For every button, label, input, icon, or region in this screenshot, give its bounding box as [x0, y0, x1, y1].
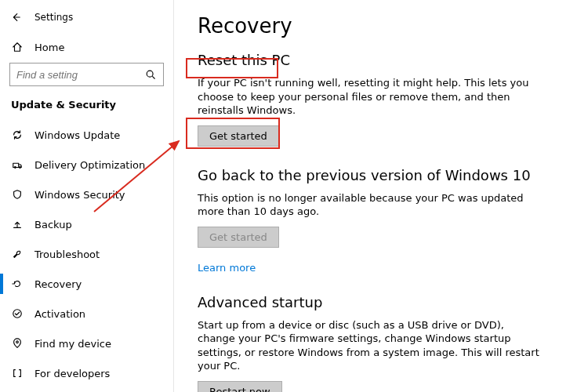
back-icon[interactable] [9, 11, 22, 24]
goback-body: This option is no longer available becau… [198, 191, 543, 219]
svg-point-4 [13, 310, 22, 318]
section-advanced-startup: Advanced startup Start up from a device … [198, 294, 564, 392]
goback-get-started-button: Get started [198, 227, 279, 248]
sidebar-item-troubleshoot[interactable]: Troubleshoot [0, 239, 173, 269]
brackets-icon [11, 367, 24, 379]
advanced-heading: Advanced startup [198, 294, 564, 310]
check-circle-icon [11, 307, 24, 320]
home-icon [11, 41, 24, 53]
location-icon [11, 337, 24, 350]
sidebar-item-delivery-optimization[interactable]: Delivery Optimization [0, 150, 173, 180]
sidebar-item-label: Troubleshoot [34, 249, 100, 260]
reset-heading: Reset this PC [198, 52, 564, 68]
section-reset-pc: Reset this PC If your PC isn't running w… [198, 52, 564, 147]
sidebar-item-recovery[interactable]: Recovery [0, 269, 173, 299]
search-icon [144, 68, 157, 81]
sidebar-header: Settings [0, 6, 173, 28]
sidebar-item-label: For developers [34, 368, 110, 379]
page-title: Recovery [198, 14, 564, 38]
recovery-icon [11, 278, 24, 290]
svg-point-0 [147, 71, 153, 77]
sidebar-item-label: Activation [34, 308, 85, 320]
backup-icon [11, 218, 24, 230]
sidebar-item-backup[interactable]: Backup [0, 209, 173, 239]
sidebar-item-label: Backup [34, 219, 72, 230]
search-input[interactable] [16, 69, 129, 81]
sidebar-item-find-my-device[interactable]: Find my device [0, 328, 173, 358]
sidebar-item-label: Delivery Optimization [34, 159, 145, 171]
learn-more-link[interactable]: Learn more [198, 262, 256, 274]
delivery-icon [11, 158, 24, 171]
sidebar-item-label: Recovery [34, 278, 82, 290]
app-title: Settings [34, 12, 73, 23]
sync-icon [11, 129, 24, 141]
reset-body: If your PC isn't running well, resetting… [198, 76, 543, 118]
sidebar-item-windows-insider-program[interactable]: Windows Insider Program [0, 388, 173, 392]
sidebar: Settings Home Update & Security Windows … [0, 0, 174, 392]
goback-heading: Go back to the previous version of Windo… [198, 167, 564, 183]
search-box[interactable] [9, 63, 164, 86]
svg-point-5 [16, 341, 19, 343]
sidebar-item-label: Windows Update [34, 129, 120, 141]
sidebar-item-activation[interactable]: Activation [0, 299, 173, 328]
main-content: Recovery Reset this PC If your PC isn't … [174, 0, 588, 392]
sidebar-item-label: Windows Security [34, 189, 125, 201]
sidebar-nav: Windows Update Delivery Optimization Win… [0, 120, 173, 392]
reset-get-started-button[interactable]: Get started [198, 125, 279, 147]
section-go-back: Go back to the previous version of Windo… [198, 167, 564, 274]
restart-now-button[interactable]: Restart now [198, 381, 282, 392]
home-label: Home [34, 42, 64, 53]
advanced-body: Start up from a device or disc (such as … [198, 318, 543, 373]
sidebar-item-for-developers[interactable]: For developers [0, 358, 173, 388]
wrench-icon [11, 248, 24, 260]
shield-icon [11, 188, 24, 201]
sidebar-item-home[interactable]: Home [0, 34, 173, 60]
category-label: Update & Security [0, 94, 173, 120]
sidebar-item-windows-security[interactable]: Windows Security [0, 180, 173, 209]
sidebar-item-label: Find my device [34, 338, 111, 350]
sidebar-item-windows-update[interactable]: Windows Update [0, 120, 173, 150]
